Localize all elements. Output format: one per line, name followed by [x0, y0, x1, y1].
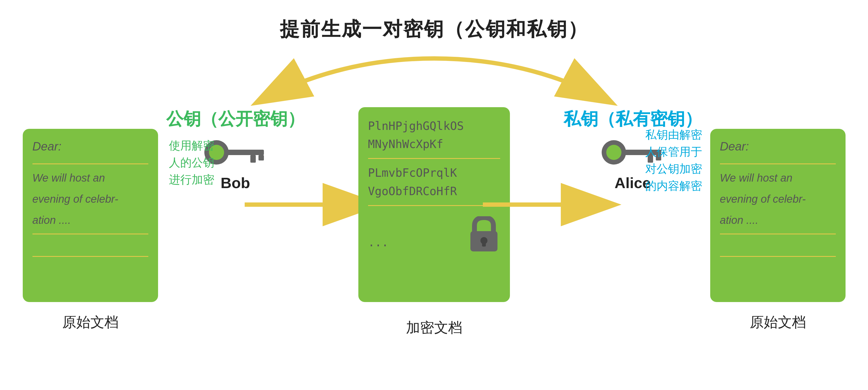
svg-rect-5	[258, 155, 264, 160]
svg-rect-9	[482, 241, 486, 246]
bob-label: Bob	[221, 174, 250, 191]
annotation-blue: 私钥由解密 人保管用于 对公钥加密 的内容解密	[645, 126, 702, 194]
doc-dear-left: Dear:	[32, 140, 148, 153]
doc-label-left: 原始文档	[23, 313, 158, 332]
underline-1	[32, 163, 148, 164]
underline-2	[32, 234, 148, 234]
svg-rect-3	[226, 150, 264, 155]
enc-line4: VgoObfDRCoHfR	[368, 182, 500, 200]
doc-dear-right: Dear:	[720, 140, 836, 153]
enc-line1: PlnHPjghGQlkOS	[368, 117, 500, 135]
underline-r2	[720, 234, 836, 234]
underline-r3	[720, 256, 836, 257]
enc-sep1	[368, 158, 500, 159]
doc-line1-left: We will host an	[32, 170, 148, 186]
underline-3	[32, 256, 148, 257]
diagram-area: Dear: We will host an evening of celebr-…	[14, 53, 854, 390]
doc-line3-left: ation ....	[32, 212, 148, 228]
svg-rect-4	[250, 155, 256, 163]
enc-ellipsis: ...	[368, 233, 389, 251]
enc-sep2	[368, 205, 500, 206]
doc-line3-right: ation ....	[720, 212, 836, 228]
enc-line2: MNyNhWcXpKf	[368, 135, 500, 153]
doc-line2-right: evening of celebr-	[720, 191, 836, 207]
lock-icon	[468, 216, 500, 251]
doc-label-center: 加密文档	[406, 318, 462, 337]
doc-line1-right: We will host an	[720, 170, 836, 186]
arrow-enc-to-alice	[483, 194, 624, 215]
page-title: 提前生成一对密钥（公钥和私钥）	[280, 16, 588, 42]
underline-r1	[720, 163, 836, 164]
main-container: 提前生成一对密钥（公钥和私钥） Dear: We will host an ev…	[0, 0, 868, 390]
doc-card-right: Dear: We will host an evening of celebr-…	[710, 129, 845, 302]
doc-line2-left: evening of celebr-	[32, 191, 148, 207]
annotation-green: 使用解密 人的公钥 进行加密	[169, 137, 214, 188]
svg-point-12	[606, 145, 621, 160]
doc-label-right: 原始文档	[710, 313, 845, 332]
public-key-label: 公钥（公开密钥）	[166, 107, 305, 131]
doc-card-left: Dear: We will host an evening of celebr-…	[23, 129, 158, 302]
enc-line3: PLmvbFcOPrqlK	[368, 164, 500, 182]
